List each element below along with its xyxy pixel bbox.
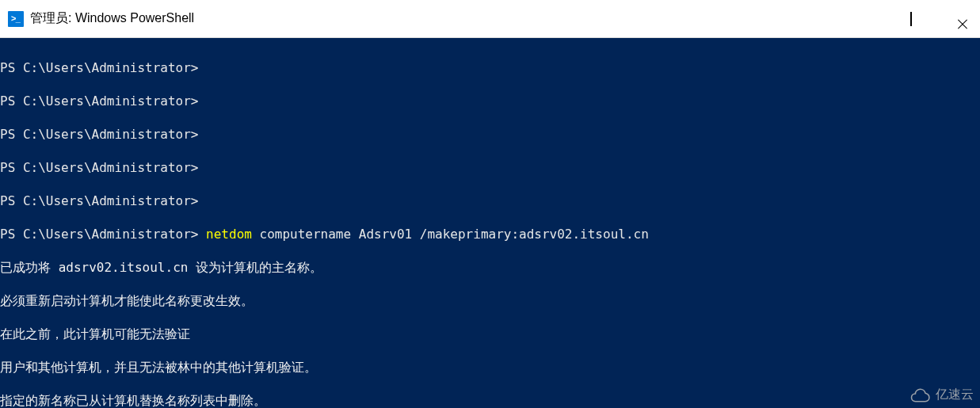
prompt-line: PS C:\Users\Administrator>	[0, 59, 980, 76]
cloud-icon	[909, 388, 931, 402]
powershell-icon: >_	[8, 11, 24, 27]
minimize-button[interactable]	[842, 0, 888, 37]
terminal-content[interactable]: PS C:\Users\Administrator> PS C:\Users\A…	[0, 38, 980, 408]
titlebar-left: >_ 管理员: Windows PowerShell	[0, 10, 194, 27]
powershell-icon-text: >_	[11, 14, 21, 23]
prompt-line: PS C:\Users\Administrator>	[0, 159, 980, 176]
close-button[interactable]	[934, 0, 980, 37]
output-line: 在此之前，此计算机可能无法验证	[0, 326, 980, 342]
prompt-line: PS C:\Users\Administrator>	[0, 93, 980, 109]
maximize-button[interactable]	[888, 0, 934, 37]
watermark: 亿速云	[909, 387, 974, 403]
watermark-text: 亿速云	[936, 387, 974, 403]
prompt-line: PS C:\Users\Administrator>	[0, 126, 980, 143]
command-args: computername Adsrv01 /makeprimary:adsrv0…	[252, 227, 649, 242]
output-line: 用户和其他计算机，并且无法被林中的其他计算机验证。	[0, 359, 980, 376]
command-keyword: netdom	[206, 227, 252, 242]
output-line: 已成功将 adsrv02.itsoul.cn 设为计算机的主名称。	[0, 259, 980, 276]
window-controls	[842, 0, 980, 37]
command-line: PS C:\Users\Administrator> netdom comput…	[0, 226, 980, 242]
output-line: 指定的新名称已从计算机替换名称列表中删除。	[0, 392, 980, 408]
window-titlebar: >_ 管理员: Windows PowerShell	[0, 0, 980, 38]
window-title: 管理员: Windows PowerShell	[30, 10, 194, 27]
prompt-line: PS C:\Users\Administrator>	[0, 193, 980, 209]
output-line: 必须重新启动计算机才能使此名称更改生效。	[0, 292, 980, 309]
command-prompt: PS C:\Users\Administrator>	[0, 227, 206, 242]
maximize-icon	[910, 13, 912, 25]
